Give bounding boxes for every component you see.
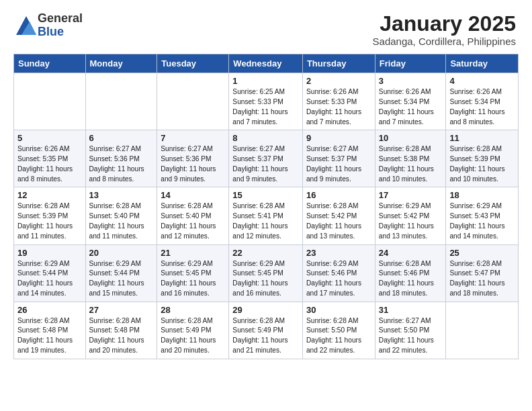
calendar-week-1: 1Sunrise: 6:25 AM Sunset: 5:33 PM Daylig… [14, 73, 519, 130]
day-info: Sunrise: 6:28 AM Sunset: 5:46 PM Dayligh… [379, 259, 443, 299]
day-info: Sunrise: 6:29 AM Sunset: 5:43 PM Dayligh… [449, 201, 515, 241]
day-info: Sunrise: 6:28 AM Sunset: 5:49 PM Dayligh… [232, 316, 299, 356]
day-info: Sunrise: 6:27 AM Sunset: 5:36 PM Dayligh… [89, 144, 154, 184]
calendar-cell: 30Sunrise: 6:28 AM Sunset: 5:50 PM Dayli… [302, 302, 375, 359]
day-info: Sunrise: 6:29 AM Sunset: 5:44 PM Dayligh… [17, 259, 82, 299]
calendar-cell: 10Sunrise: 6:28 AM Sunset: 5:38 PM Dayli… [375, 130, 446, 187]
day-header-thursday: Thursday [302, 54, 375, 73]
day-number: 17 [379, 190, 443, 200]
day-header-friday: Friday [375, 54, 446, 73]
header: General Blue January 2025 Sadanga, Cordi… [0, 0, 532, 54]
calendar-cell: 28Sunrise: 6:28 AM Sunset: 5:49 PM Dayli… [157, 302, 229, 359]
day-header-sunday: Sunday [14, 54, 86, 73]
day-number: 12 [17, 190, 82, 200]
calendar-week-3: 12Sunrise: 6:28 AM Sunset: 5:39 PM Dayli… [14, 187, 519, 244]
calendar-cell: 20Sunrise: 6:29 AM Sunset: 5:44 PM Dayli… [85, 244, 157, 302]
day-info: Sunrise: 6:28 AM Sunset: 5:50 PM Dayligh… [306, 316, 371, 356]
day-info: Sunrise: 6:28 AM Sunset: 5:48 PM Dayligh… [89, 316, 154, 356]
day-number: 22 [232, 248, 299, 258]
calendar-cell [14, 73, 86, 130]
day-number: 21 [161, 248, 225, 258]
day-number: 18 [449, 190, 515, 200]
day-number: 30 [306, 305, 371, 315]
header-row: SundayMondayTuesdayWednesdayThursdayFrid… [14, 54, 519, 73]
day-number: 28 [161, 305, 225, 315]
day-header-monday: Monday [85, 54, 157, 73]
day-number: 27 [89, 305, 154, 315]
calendar-table: SundayMondayTuesdayWednesdayThursdayFrid… [13, 54, 519, 359]
day-number: 13 [89, 190, 154, 200]
month-title: January 2025 [373, 12, 516, 36]
calendar-cell: 12Sunrise: 6:28 AM Sunset: 5:39 PM Dayli… [14, 187, 86, 244]
logo-text: General Blue [38, 12, 83, 39]
page: General Blue January 2025 Sadanga, Cordi… [0, 0, 532, 411]
day-number: 3 [379, 76, 443, 86]
calendar-cell: 29Sunrise: 6:28 AM Sunset: 5:49 PM Dayli… [229, 302, 303, 359]
calendar-cell: 17Sunrise: 6:29 AM Sunset: 5:42 PM Dayli… [375, 187, 446, 244]
day-number: 29 [232, 305, 299, 315]
day-info: Sunrise: 6:27 AM Sunset: 5:36 PM Dayligh… [161, 144, 225, 184]
day-info: Sunrise: 6:26 AM Sunset: 5:33 PM Dayligh… [306, 87, 371, 127]
day-number: 16 [306, 190, 371, 200]
calendar-cell: 4Sunrise: 6:26 AM Sunset: 5:34 PM Daylig… [446, 73, 519, 130]
location-subtitle: Sadanga, Cordillera, Philippines [373, 36, 516, 47]
day-info: Sunrise: 6:28 AM Sunset: 5:48 PM Dayligh… [17, 316, 82, 356]
day-number: 10 [379, 133, 443, 143]
day-number: 26 [17, 305, 82, 315]
calendar-cell: 19Sunrise: 6:29 AM Sunset: 5:44 PM Dayli… [14, 244, 86, 302]
day-info: Sunrise: 6:29 AM Sunset: 5:42 PM Dayligh… [379, 201, 443, 241]
calendar-cell [157, 73, 229, 130]
logo-general-label: General [38, 12, 83, 26]
calendar-cell: 15Sunrise: 6:28 AM Sunset: 5:41 PM Dayli… [229, 187, 303, 244]
day-number: 2 [306, 76, 371, 86]
calendar-cell: 3Sunrise: 6:26 AM Sunset: 5:34 PM Daylig… [375, 73, 446, 130]
day-info: Sunrise: 6:29 AM Sunset: 5:46 PM Dayligh… [306, 259, 371, 299]
day-info: Sunrise: 6:27 AM Sunset: 5:50 PM Dayligh… [379, 316, 443, 356]
calendar-cell: 18Sunrise: 6:29 AM Sunset: 5:43 PM Dayli… [446, 187, 519, 244]
day-number: 6 [89, 133, 154, 143]
logo-blue-label: Blue [38, 26, 83, 39]
day-number: 14 [161, 190, 225, 200]
calendar-cell: 7Sunrise: 6:27 AM Sunset: 5:36 PM Daylig… [157, 130, 229, 187]
calendar-cell: 21Sunrise: 6:29 AM Sunset: 5:45 PM Dayli… [157, 244, 229, 302]
calendar-cell: 27Sunrise: 6:28 AM Sunset: 5:48 PM Dayli… [85, 302, 157, 359]
day-number: 5 [17, 133, 82, 143]
calendar-cell: 16Sunrise: 6:28 AM Sunset: 5:42 PM Dayli… [302, 187, 375, 244]
day-info: Sunrise: 6:29 AM Sunset: 5:45 PM Dayligh… [161, 259, 225, 299]
day-info: Sunrise: 6:27 AM Sunset: 5:37 PM Dayligh… [232, 144, 299, 184]
day-info: Sunrise: 6:28 AM Sunset: 5:39 PM Dayligh… [17, 201, 82, 241]
day-info: Sunrise: 6:28 AM Sunset: 5:38 PM Dayligh… [379, 144, 443, 184]
day-number: 8 [232, 133, 299, 143]
calendar-week-5: 26Sunrise: 6:28 AM Sunset: 5:48 PM Dayli… [14, 302, 519, 359]
day-number: 19 [17, 248, 82, 258]
calendar-cell: 11Sunrise: 6:28 AM Sunset: 5:39 PM Dayli… [446, 130, 519, 187]
calendar-cell: 24Sunrise: 6:28 AM Sunset: 5:46 PM Dayli… [375, 244, 446, 302]
calendar-cell: 9Sunrise: 6:27 AM Sunset: 5:37 PM Daylig… [302, 130, 375, 187]
calendar-cell: 23Sunrise: 6:29 AM Sunset: 5:46 PM Dayli… [302, 244, 375, 302]
day-number: 9 [306, 133, 371, 143]
day-info: Sunrise: 6:28 AM Sunset: 5:49 PM Dayligh… [161, 316, 225, 356]
calendar-cell: 22Sunrise: 6:29 AM Sunset: 5:45 PM Dayli… [229, 244, 303, 302]
day-info: Sunrise: 6:28 AM Sunset: 5:40 PM Dayligh… [161, 201, 225, 241]
day-header-tuesday: Tuesday [157, 54, 229, 73]
day-info: Sunrise: 6:27 AM Sunset: 5:37 PM Dayligh… [306, 144, 371, 184]
day-info: Sunrise: 6:29 AM Sunset: 5:45 PM Dayligh… [232, 259, 299, 299]
calendar-cell: 8Sunrise: 6:27 AM Sunset: 5:37 PM Daylig… [229, 130, 303, 187]
day-info: Sunrise: 6:28 AM Sunset: 5:41 PM Dayligh… [232, 201, 299, 241]
day-number: 1 [232, 76, 299, 86]
day-number: 24 [379, 248, 443, 258]
day-number: 25 [449, 248, 515, 258]
day-info: Sunrise: 6:26 AM Sunset: 5:34 PM Dayligh… [449, 87, 515, 127]
calendar-wrap: SundayMondayTuesdayWednesdayThursdayFrid… [0, 54, 532, 366]
calendar-cell: 26Sunrise: 6:28 AM Sunset: 5:48 PM Dayli… [14, 302, 86, 359]
calendar-cell: 6Sunrise: 6:27 AM Sunset: 5:36 PM Daylig… [85, 130, 157, 187]
calendar-cell: 13Sunrise: 6:28 AM Sunset: 5:40 PM Dayli… [85, 187, 157, 244]
day-number: 20 [89, 248, 154, 258]
calendar-cell [446, 302, 519, 359]
calendar-cell: 31Sunrise: 6:27 AM Sunset: 5:50 PM Dayli… [375, 302, 446, 359]
day-info: Sunrise: 6:28 AM Sunset: 5:40 PM Dayligh… [89, 201, 154, 241]
day-info: Sunrise: 6:28 AM Sunset: 5:42 PM Dayligh… [306, 201, 371, 241]
day-number: 23 [306, 248, 371, 258]
day-number: 11 [449, 133, 515, 143]
day-number: 31 [379, 305, 443, 315]
